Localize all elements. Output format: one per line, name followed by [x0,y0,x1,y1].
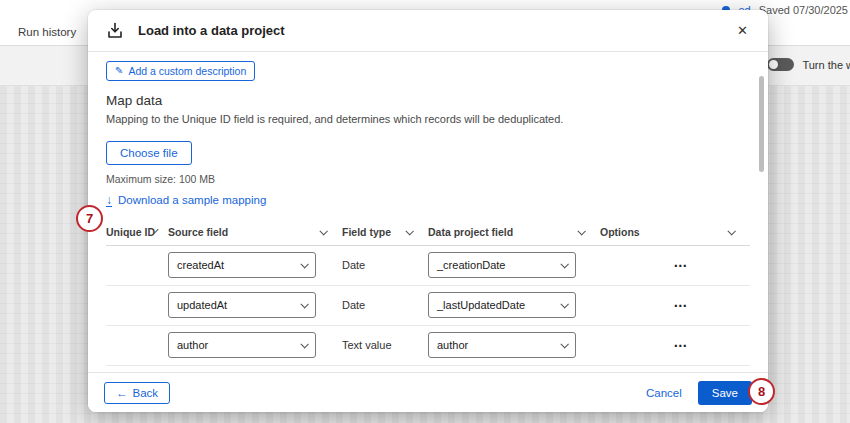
field-type-value: Date [342,299,428,311]
workflow-toggle[interactable] [767,58,794,71]
workflow-toggle-label: Turn the w [802,59,850,71]
chevron-down-icon [319,227,327,235]
back-button[interactable]: ← Back [104,382,170,404]
field-type-value: Date [342,259,428,271]
chevron-down-icon [560,340,568,348]
tab-run-history[interactable]: Run history [18,26,76,38]
add-custom-description-label: Add a custom description [128,65,246,77]
close-icon[interactable]: ✕ [733,20,752,41]
dialog-footer: ← Back Cancel Save [88,372,768,412]
source-field-select[interactable]: author [168,332,316,358]
chevron-down-icon [560,260,568,268]
mapping-table-header: Unique ID Source field Field type Data p… [106,220,750,246]
load-data-icon [104,20,126,42]
download-link-label: Download a sample mapping [118,194,266,206]
field-type-value: Text value [342,339,428,351]
chevron-down-icon [300,300,308,308]
data-project-field-select[interactable]: author [428,332,576,358]
saved-status-label: Saved 07/30/2025 [759,4,848,16]
max-size-label: Maximum size: 100 MB [106,173,750,185]
cancel-button[interactable]: Cancel [646,387,682,399]
screen: ed Saved 07/30/2025 Run history R Turn t… [0,0,850,423]
data-project-field-select[interactable]: _creationDate [428,252,576,278]
footer-actions: Cancel Save [646,381,752,405]
annotation-marker-8: 8 [748,378,775,405]
annotation-marker-7: 7 [76,205,103,232]
options-menu-button[interactable]: ⋯ [612,255,750,275]
source-field-select[interactable]: createdAt [168,252,316,278]
chevron-down-icon [577,227,585,235]
data-project-field-select[interactable]: _lastUpdatedDate [428,292,576,318]
chevron-down-icon [727,227,735,235]
source-field-select[interactable]: updatedAt [168,292,316,318]
dialog-title: Load into a data project [138,23,285,38]
chevron-down-icon [300,340,308,348]
chevron-down-icon [300,260,308,268]
column-header-field-type[interactable]: Field type [342,220,428,245]
table-row: updatedAt Date _lastUpdatedDate ⋯ [106,286,750,326]
dialog-body: ✎ Add a custom description Map data Mapp… [88,52,768,372]
toggle-knob [769,60,778,69]
back-arrow-icon: ← [116,387,128,399]
modal-scrollbar[interactable] [759,76,764,172]
column-header-unique-id[interactable]: Unique ID [106,220,168,245]
section-title: Map data [106,93,750,108]
download-icon: ↓ [106,194,112,207]
back-button-label: Back [133,387,159,399]
table-row: author Text value author ⋯ [106,326,750,366]
column-header-source-field[interactable]: Source field [168,220,342,245]
workflow-toggle-wrap: Turn the w [767,58,850,71]
table-row: createdAt Date _creationDate ⋯ [106,246,750,286]
choose-file-button[interactable]: Choose file [106,141,192,165]
column-header-data-project-field[interactable]: Data project field [428,220,600,245]
save-button[interactable]: Save [698,381,752,405]
section-description: Mapping to the Unique ID field is requir… [106,113,750,125]
load-data-project-dialog: Load into a data project ✕ ✎ Add a custo… [88,10,768,412]
column-header-options[interactable]: Options [600,220,750,245]
options-menu-button[interactable]: ⋯ [612,295,750,315]
dialog-header: Load into a data project ✕ [88,10,768,52]
options-menu-button[interactable]: ⋯ [612,335,750,355]
download-sample-mapping-link[interactable]: ↓ Download a sample mapping [106,194,266,207]
chevron-down-icon [405,227,413,235]
mapping-table: Unique ID Source field Field type Data p… [106,220,750,373]
add-custom-description-button[interactable]: ✎ Add a custom description [106,61,255,81]
chevron-down-icon [560,300,568,308]
edit-icon: ✎ [115,65,123,76]
